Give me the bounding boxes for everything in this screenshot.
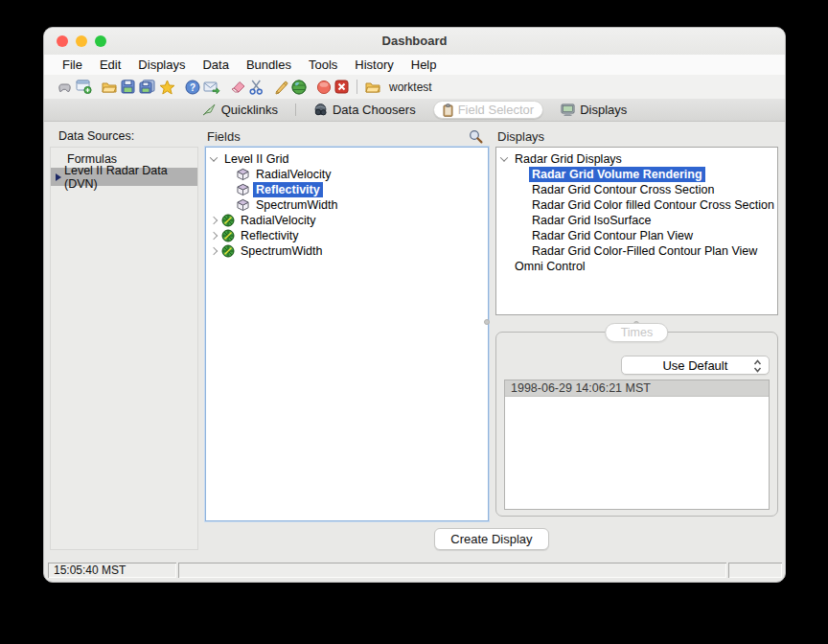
title-bar[interactable]: Dashboard xyxy=(44,28,785,55)
minimize-window-icon[interactable] xyxy=(76,35,87,47)
time-value: 1998-06-29 14:06:21 MST xyxy=(511,381,651,395)
menu-bundles[interactable]: Bundles xyxy=(238,58,300,72)
fields-header: Fields xyxy=(205,126,489,147)
create-display-button[interactable]: Create Display xyxy=(434,528,548,550)
tree-label-selected: Reflectivity xyxy=(253,182,323,197)
tab-data-choosers[interactable]: Data Choosers xyxy=(305,101,425,119)
menu-file[interactable]: File xyxy=(54,58,91,72)
tab-label: Displays xyxy=(580,103,627,117)
svg-text:?: ? xyxy=(190,81,196,92)
help-icon[interactable]: ? xyxy=(185,78,200,97)
tab-displays[interactable]: Displays xyxy=(552,101,635,119)
folder-icon[interactable] xyxy=(365,78,381,97)
toolbar-separator xyxy=(356,80,357,94)
tree-item-color-filled-contour-cross-section[interactable]: Radar Grid Color filled Contour Cross Se… xyxy=(496,197,777,213)
traffic-lights xyxy=(57,35,106,47)
tree-item-level-ii-grid[interactable]: Level II Grid xyxy=(206,151,488,167)
tree-label: Level II Grid xyxy=(221,151,291,167)
globe-icon[interactable] xyxy=(291,78,307,97)
cut-icon[interactable] xyxy=(249,78,264,97)
menu-help[interactable]: Help xyxy=(402,58,446,72)
stepper-arrows-icon xyxy=(753,359,762,373)
main-area: Fields Level II Grid RadialVelocity xyxy=(205,126,778,560)
tree-item-contour-plan-view[interactable]: Radar Grid Contour Plan View xyxy=(496,228,777,243)
collapse-arrow-icon[interactable] xyxy=(206,218,221,223)
radar-icon xyxy=(221,244,238,258)
dashboard-icon[interactable] xyxy=(57,78,73,97)
stop-icon[interactable] xyxy=(316,78,332,97)
status-memory-area xyxy=(728,563,782,578)
menu-displays[interactable]: Displays xyxy=(129,58,194,72)
expand-arrow-icon[interactable] xyxy=(206,156,221,162)
menu-data[interactable]: Data xyxy=(194,58,237,72)
toolbar: ? worktest xyxy=(44,75,785,99)
menu-bar: File Edit Displays Data Bundles Tools Hi… xyxy=(44,55,785,75)
tree-item-volume-rendering[interactable]: Radar Grid Volume Rendering xyxy=(496,167,777,182)
tab-times[interactable]: Times xyxy=(606,323,669,342)
exit-icon[interactable] xyxy=(334,78,349,97)
menu-edit[interactable]: Edit xyxy=(91,58,129,72)
monitor-icon xyxy=(561,104,575,116)
cube-icon xyxy=(237,168,253,181)
save-as-icon[interactable] xyxy=(139,78,156,97)
tree-item-radialvelocity-grid[interactable]: RadialVelocity xyxy=(206,167,488,182)
times-mode-select[interactable]: Use Default xyxy=(621,356,770,375)
tree-item-spectrumwidth-grid[interactable]: SpectrumWidth xyxy=(206,197,488,213)
times-list[interactable]: 1998-06-29 14:06:21 MST xyxy=(504,380,770,510)
tab-label: Data Choosers xyxy=(333,103,416,117)
tree-item-contour-cross-section[interactable]: Radar Grid Contour Cross Section xyxy=(496,182,777,197)
tree-item-spectrumwidth[interactable]: SpectrumWidth xyxy=(206,243,488,259)
vertical-splitter-handle-icon[interactable] xyxy=(484,319,490,325)
time-list-item[interactable]: 1998-06-29 14:06:21 MST xyxy=(505,380,769,397)
open-file-icon[interactable] xyxy=(102,78,118,97)
zoom-window-icon[interactable] xyxy=(95,35,106,47)
view-tab-bar: Quicklinks Data Choosers Field Selector … xyxy=(44,99,785,122)
times-mode-value: Use Default xyxy=(662,358,727,373)
panels-row: Fields Level II Grid RadialVelocity xyxy=(205,126,778,521)
menu-tools[interactable]: Tools xyxy=(300,58,346,72)
tree-label: SpectrumWidth xyxy=(253,197,340,213)
tree-item-reflectivity-grid[interactable]: Reflectivity xyxy=(206,182,488,197)
tree-item-color-filled-contour-plan-view[interactable]: Radar Grid Color-Filled Contour Plan Vie… xyxy=(496,243,777,259)
binoculars-icon xyxy=(313,104,328,116)
tree-item-radialvelocity[interactable]: RadialVelocity xyxy=(206,213,488,228)
tree-label-selected: Radar Grid Volume Rendering xyxy=(529,167,705,182)
clipboard-icon xyxy=(443,104,453,117)
selected-arrow-icon xyxy=(56,173,61,181)
tree-label: Radar Grid Displays xyxy=(512,151,625,167)
tree-item-reflectivity[interactable]: Reflectivity xyxy=(206,228,488,243)
data-source-item-level-ii-radar[interactable]: Level II Radar Data (DVN) xyxy=(51,168,197,186)
cube-icon xyxy=(237,198,253,212)
displays-title: Displays xyxy=(497,129,544,144)
data-sources-panel: Data Sources: Formulas Level II Radar Da… xyxy=(50,126,198,560)
tab-label: Field Selector xyxy=(458,103,534,117)
support-icon[interactable] xyxy=(203,78,220,97)
dashboard-window: Dashboard File Edit Displays Data Bundle… xyxy=(43,27,786,583)
displays-tree[interactable]: Radar Grid Displays Radar Grid Volume Re… xyxy=(495,147,778,315)
tree-item-radar-grid-displays[interactable]: Radar Grid Displays xyxy=(496,151,777,167)
tree-item-omni-control[interactable]: Omni Control xyxy=(496,259,777,274)
edit-icon[interactable] xyxy=(273,78,288,97)
data-sources-label: Data Sources: xyxy=(50,126,198,147)
fields-tree[interactable]: Level II Grid RadialVelocity Reflectivit… xyxy=(205,147,489,521)
data-source-label: Level II Radar Data (DVN) xyxy=(64,164,197,191)
expand-arrow-icon[interactable] xyxy=(496,156,512,162)
tree-label: RadialVelocity xyxy=(238,213,319,228)
bundle-name-label[interactable]: worktest xyxy=(389,80,432,94)
collapse-arrow-icon[interactable] xyxy=(206,248,221,254)
menu-history[interactable]: History xyxy=(346,58,402,72)
tab-field-selector[interactable]: Field Selector xyxy=(433,101,543,119)
status-message-area xyxy=(178,563,726,578)
window-title: Dashboard xyxy=(44,28,785,55)
data-sources-list[interactable]: Formulas Level II Radar Data (DVN) xyxy=(50,147,198,550)
close-window-icon[interactable] xyxy=(57,35,68,47)
search-icon[interactable] xyxy=(469,129,483,144)
new-window-icon[interactable] xyxy=(76,78,92,97)
eraser-icon[interactable] xyxy=(230,78,246,97)
tab-quicklinks[interactable]: Quicklinks xyxy=(194,101,287,119)
favorites-icon[interactable] xyxy=(159,78,175,97)
collapse-arrow-icon[interactable] xyxy=(206,233,221,239)
tree-item-isosurface[interactable]: Radar Grid IsoSurface xyxy=(496,213,777,228)
tab-separator xyxy=(295,104,296,116)
save-icon[interactable] xyxy=(121,78,136,97)
